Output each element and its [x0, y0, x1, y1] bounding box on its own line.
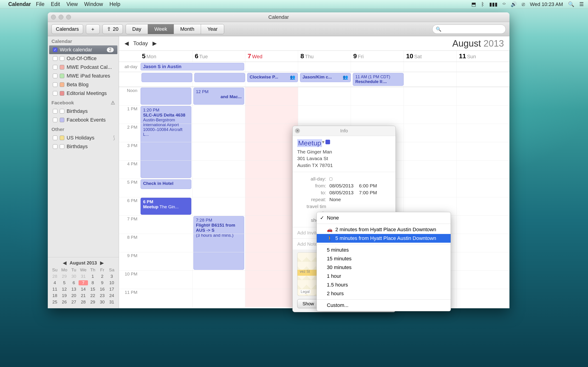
time-slot[interactable]: [404, 105, 457, 124]
mini-day[interactable]: 16: [97, 287, 107, 292]
mini-day[interactable]: 22: [88, 293, 97, 298]
time-slot[interactable]: [351, 105, 404, 124]
checkbox[interactable]: [53, 91, 57, 96]
app-menu[interactable]: Calendar: [8, 1, 31, 7]
dropdown-option[interactable]: 30 minutes: [317, 263, 451, 272]
calendar-event[interactable]: 12 PMand Mac...: [193, 88, 244, 105]
calendar-event[interactable]: 11 AM (1 PM CDT)Reschedule II:...: [353, 73, 404, 86]
calendar-event[interactable]: Clockwise P... 👥: [247, 73, 298, 82]
spotlight-icon[interactable]: 🔍: [568, 1, 574, 7]
time-slot[interactable]: [192, 252, 245, 270]
calendar-event[interactable]: Jason/Kim c... 👥: [300, 73, 351, 82]
time-slot[interactable]: [457, 289, 510, 307]
today-button[interactable]: Today: [133, 40, 148, 47]
time-slot[interactable]: [140, 234, 192, 252]
time-slot[interactable]: [192, 179, 245, 197]
checkbox[interactable]: [53, 109, 57, 114]
time-slot[interactable]: [404, 124, 457, 142]
dropdown-none[interactable]: ✓None: [317, 214, 451, 222]
sidebar-item[interactable]: Editorial Meetings: [48, 89, 119, 98]
mini-day[interactable]: 5: [60, 280, 69, 285]
mini-day[interactable]: 13: [69, 287, 78, 292]
time-slot[interactable]: [457, 160, 510, 179]
sidebar-item[interactable]: Beta Blog: [48, 80, 119, 89]
add-button[interactable]: ＋: [86, 24, 100, 34]
time-slot[interactable]: [245, 87, 298, 105]
dropdown-walk[interactable]: 🚶5 minutes from Hyatt Place Austin Downt…: [317, 234, 451, 243]
time-slot[interactable]: [404, 179, 457, 197]
checkbox[interactable]: [53, 144, 57, 149]
time-slot[interactable]: [457, 215, 510, 234]
checkbox[interactable]: [53, 56, 57, 61]
time-slot[interactable]: [404, 87, 457, 105]
share-button[interactable]: ⇪20: [103, 24, 123, 34]
menu-help[interactable]: Help: [109, 1, 120, 7]
time-slot[interactable]: [457, 142, 510, 160]
mini-next[interactable]: ▶: [100, 260, 104, 266]
calendar-event[interactable]: Check in Hotel: [141, 179, 191, 189]
view-year[interactable]: Year: [201, 24, 224, 34]
time-slot[interactable]: [298, 105, 351, 124]
mini-day[interactable]: 30: [97, 300, 107, 305]
dropdown-option[interactable]: 15 minutes: [317, 254, 451, 263]
mini-day[interactable]: 21: [78, 293, 88, 298]
calendar-color-picker[interactable]: ▾: [322, 139, 330, 145]
sidebar-item[interactable]: Facebook Events: [48, 116, 119, 124]
time-slot[interactable]: [192, 160, 245, 179]
time-slot[interactable]: [245, 215, 298, 234]
dropdown-option[interactable]: 5 minutes: [317, 246, 451, 254]
battery-icon[interactable]: ▮▮▮: [489, 1, 498, 7]
sidebar-item[interactable]: Birthdays: [48, 107, 119, 116]
time-slot[interactable]: [404, 142, 457, 160]
time-slot[interactable]: [351, 87, 404, 105]
close-icon[interactable]: ✕: [295, 128, 300, 133]
sidebar-item[interactable]: Out-Of-Office: [48, 54, 119, 63]
mini-day[interactable]: 14: [78, 287, 88, 292]
wifi-icon[interactable]: ⌔: [502, 1, 506, 7]
time-slot[interactable]: [245, 252, 298, 270]
to-time[interactable]: 7:00 PM: [359, 190, 377, 195]
view-week[interactable]: Week: [148, 24, 174, 34]
from-date[interactable]: 08/05/2013: [329, 183, 354, 189]
next-week[interactable]: ▶: [153, 40, 157, 47]
time-slot[interactable]: 6 PMMeetup The Gin...: [140, 197, 192, 215]
time-slot[interactable]: [457, 87, 510, 105]
to-date[interactable]: 08/05/2013: [329, 190, 354, 195]
mini-day[interactable]: 7: [78, 280, 88, 285]
time-slot[interactable]: 12 PMand Mac...: [192, 87, 245, 105]
time-slot[interactable]: [192, 289, 245, 307]
mini-prev[interactable]: ◀: [63, 260, 66, 266]
mini-day[interactable]: 9: [97, 280, 107, 285]
allday-checkbox[interactable]: [329, 177, 332, 181]
time-slot[interactable]: [457, 105, 510, 124]
dropdown-option[interactable]: 2 hours: [317, 289, 451, 298]
time-slot[interactable]: [192, 197, 245, 215]
mini-day[interactable]: 26: [60, 300, 69, 305]
time-slot[interactable]: [245, 160, 298, 179]
prev-week[interactable]: ◀: [124, 40, 129, 47]
time-slot[interactable]: [457, 270, 510, 289]
time-slot[interactable]: [457, 252, 510, 270]
checkbox[interactable]: [53, 135, 57, 140]
mini-day[interactable]: 20: [69, 293, 78, 298]
map-legal[interactable]: Legal: [300, 290, 311, 294]
mini-day[interactable]: 8: [88, 280, 97, 285]
time-slot[interactable]: [245, 197, 298, 215]
checkbox[interactable]: [53, 118, 57, 122]
time-slot[interactable]: [192, 124, 245, 142]
time-slot[interactable]: 7:28 PMFlight# B6151 from AUS -> S(3 hou…: [192, 215, 245, 234]
mini-day[interactable]: 6: [69, 280, 78, 285]
mini-day[interactable]: 27: [69, 300, 78, 305]
dropdown-custom[interactable]: Custom...: [317, 301, 451, 310]
mini-day[interactable]: 4: [50, 280, 60, 285]
time-slot[interactable]: [192, 234, 245, 252]
time-slot[interactable]: [140, 289, 192, 307]
from-time[interactable]: 6:00 PM: [359, 183, 377, 189]
mini-day[interactable]: 1: [88, 274, 97, 279]
calendar-event[interactable]: [194, 73, 245, 82]
time-slot[interactable]: [140, 215, 192, 234]
menu-view[interactable]: View: [66, 1, 78, 7]
dropdown-option[interactable]: 1.5 hours: [317, 281, 451, 289]
sidebar-item[interactable]: MWE Podcast Cal...: [48, 63, 119, 72]
time-slot[interactable]: [457, 179, 510, 197]
